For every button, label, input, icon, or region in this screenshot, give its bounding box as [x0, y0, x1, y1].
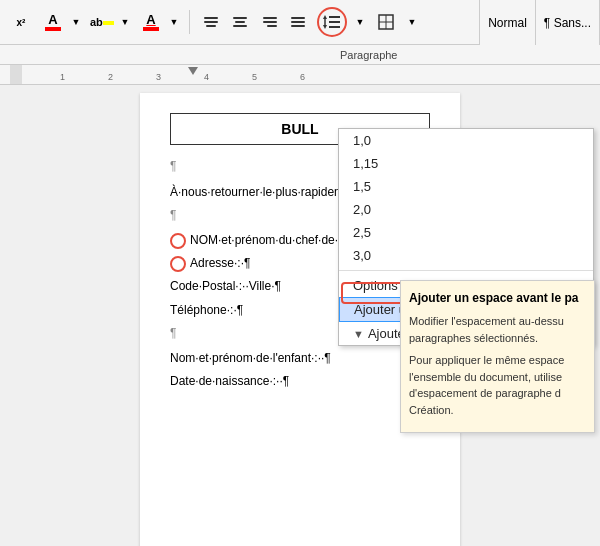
- ruler-mark-1: 1: [60, 72, 65, 82]
- ruler-mark-4: 4: [204, 72, 209, 82]
- superscript-label: x²: [17, 17, 26, 28]
- line-text-enfant: Nom·et·prénom·de·l'enfant·:··¶: [170, 349, 331, 368]
- alignment-group: [198, 9, 311, 35]
- align-left-button[interactable]: [198, 9, 224, 35]
- borders-icon: [377, 13, 395, 31]
- tooltip-title: Ajouter un espace avant le pa: [409, 289, 586, 307]
- underline-button[interactable]: A: [138, 9, 164, 35]
- ruler-mark-2: 2: [108, 72, 113, 82]
- align-center-button[interactable]: [227, 9, 253, 35]
- line-spacing-icon: [322, 12, 342, 32]
- style-normal-label: Normal: [488, 16, 527, 30]
- font-color-button[interactable]: A: [40, 9, 66, 35]
- font-color-group: A ▼: [40, 9, 83, 35]
- underline-dropdown[interactable]: ▼: [167, 9, 181, 35]
- dropdown-item-2-5[interactable]: 2,5: [339, 221, 593, 244]
- align-right-button[interactable]: [256, 9, 282, 35]
- highlight-bar: [103, 21, 114, 25]
- line-spacing-dropdown[interactable]: ▼: [353, 9, 367, 35]
- line-spacing-button[interactable]: [317, 7, 347, 37]
- ruler-mark-5: 5: [252, 72, 257, 82]
- dropdown-item-3-0[interactable]: 3,0: [339, 244, 593, 267]
- ajouter-arrow: ▼: [353, 328, 364, 340]
- style-sans[interactable]: ¶ Sans...: [536, 0, 600, 45]
- highlight-dropdown[interactable]: ▼: [118, 9, 132, 35]
- borders-dropdown[interactable]: ▼: [405, 9, 419, 35]
- ruler-mark-3: 3: [156, 72, 161, 82]
- line-text-code: Code·Postal·:··Ville·¶: [170, 277, 281, 296]
- superscript-button[interactable]: x²: [8, 9, 34, 35]
- doc-line-enfant: Nom·et·prénom·de·l'enfant·:··¶: [170, 349, 430, 368]
- tooltip-text-1: Modifier l'espacement au-dessu paragraph…: [409, 313, 586, 346]
- document-area: BULL ¶ À·nous·retourner·le·plus·rapideme…: [0, 85, 600, 546]
- circle-mark-2: [170, 256, 186, 272]
- dropdown-item-1-5[interactable]: 1,5: [339, 175, 593, 198]
- dropdown-divider: [339, 270, 593, 271]
- ruler: 1 2 3 4 5 6: [0, 65, 600, 85]
- format-group: x²: [8, 9, 34, 35]
- font-color-dropdown[interactable]: ▼: [69, 9, 83, 35]
- doc-line-date: Date·de·naissance·:··¶: [170, 372, 430, 391]
- line-text-adresse: Adresse·:·¶: [190, 254, 250, 273]
- dropdown-item-1-0[interactable]: 1,0: [339, 129, 593, 152]
- highlight-letter: ab: [90, 17, 103, 28]
- style-sans-label: ¶ Sans...: [544, 16, 591, 30]
- para-symbol-1: ¶: [170, 159, 176, 173]
- underline-group: A ▼: [138, 9, 181, 35]
- para-symbol-3: ¶: [170, 326, 176, 340]
- font-color-letter: A: [48, 13, 57, 26]
- line-text-date: Date·de·naissance·:··¶: [170, 372, 289, 391]
- highlight-group: ab ▼: [89, 9, 132, 35]
- ruler-mark-6: 6: [300, 72, 305, 82]
- tooltip-text-2: Pour appliquer le même espace l'ensemble…: [409, 352, 586, 418]
- svg-marker-4: [323, 25, 327, 29]
- font-color-bar: [45, 27, 61, 31]
- dropdown-item-1-15[interactable]: 1,15: [339, 152, 593, 175]
- toolbar: x² A ▼ ab ▼ A ▼: [0, 0, 600, 45]
- styles-section: Normal ¶ Sans...: [479, 0, 600, 45]
- para-symbol-2: ¶: [170, 208, 176, 222]
- borders-button[interactable]: [373, 9, 399, 35]
- title-text: BULL: [281, 121, 318, 137]
- svg-marker-3: [323, 15, 327, 19]
- circle-mark-1: [170, 233, 186, 249]
- align-justify-button[interactable]: [285, 9, 311, 35]
- dropdown-item-2-0[interactable]: 2,0: [339, 198, 593, 221]
- paragraph-label: Paragraphe: [340, 49, 398, 61]
- line-text-tel: Téléphone·:·¶: [170, 301, 243, 320]
- ruler-paragraph-marker: [188, 67, 198, 75]
- tooltip-box: Ajouter un espace avant le pa Modifier l…: [400, 280, 595, 433]
- paragraph-bar: Paragraphe: [0, 45, 600, 65]
- underline-bar: [143, 27, 159, 31]
- style-normal[interactable]: Normal: [480, 0, 536, 45]
- ruler-content: 1 2 3 4 5 6: [10, 65, 600, 84]
- ruler-left-margin: [10, 65, 22, 84]
- highlight-button[interactable]: ab: [89, 9, 115, 35]
- separator-1: [189, 10, 190, 34]
- underline-letter: A: [146, 13, 155, 26]
